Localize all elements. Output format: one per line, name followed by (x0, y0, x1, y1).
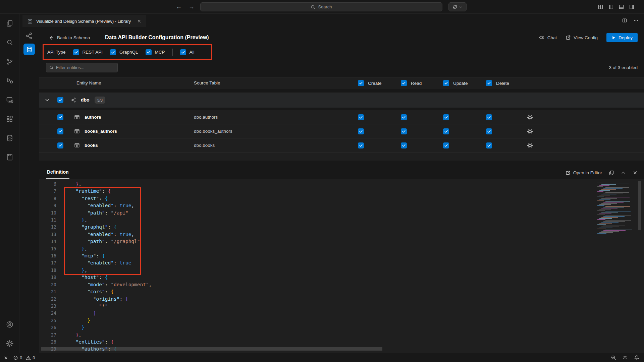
op-checkbox[interactable] (358, 128, 364, 134)
update-select-all-checkbox[interactable] (443, 80, 449, 86)
rest-api-checkbox[interactable] (73, 49, 79, 55)
mcp-checkbox[interactable] (146, 49, 152, 55)
customize-layout-icon[interactable] (598, 4, 603, 10)
problems-indicator[interactable]: 0 0 (13, 355, 35, 360)
code-line: 8 "rest": { (39, 195, 152, 202)
remote-explorer-icon[interactable] (0, 90, 19, 109)
open-in-editor-button[interactable]: Open in Editor (566, 170, 602, 175)
op-checkbox[interactable] (486, 114, 492, 120)
definition-tab[interactable]: Definition (46, 166, 69, 179)
forward-arrow-icon[interactable]: → (189, 3, 195, 10)
warning-icon (26, 355, 31, 360)
code-text: } (56, 324, 85, 331)
op-checkbox[interactable] (401, 128, 407, 134)
chevron-down-icon[interactable] (45, 98, 50, 103)
code-text: "entities": { (56, 339, 114, 346)
op-checkbox[interactable] (358, 114, 364, 120)
row-select-checkbox[interactable] (57, 114, 63, 120)
api-type-label: API Type (47, 50, 66, 55)
deploy-button[interactable]: Deploy (606, 33, 638, 42)
op-label: Read (411, 81, 422, 86)
code-text: "*" (56, 303, 108, 310)
dab-config-icon[interactable] (23, 44, 35, 55)
zoom-icon[interactable] (611, 355, 616, 360)
filter-entities-field[interactable] (56, 65, 114, 70)
row-select-checkbox[interactable] (57, 128, 63, 134)
back-arrow-icon[interactable]: ← (176, 3, 182, 10)
op-checkbox[interactable] (443, 114, 449, 120)
toggle-primary-sidebar-icon[interactable] (608, 4, 614, 10)
toggle-secondary-sidebar-icon[interactable] (629, 4, 635, 10)
minimap[interactable] (597, 182, 637, 234)
op-checkbox[interactable] (486, 142, 492, 148)
api-option-label: REST API (83, 50, 103, 55)
code-line: 20 "mode": "development", (39, 281, 152, 288)
split-editor-icon[interactable] (622, 18, 627, 23)
line-number: 11 (39, 217, 56, 224)
settings-icon[interactable] (0, 334, 19, 353)
titlebar: ← → Search (0, 0, 644, 14)
filter-entities-input[interactable] (46, 63, 118, 72)
search-icon[interactable] (0, 33, 19, 52)
code-text: }, (56, 267, 87, 274)
gear-icon[interactable] (527, 142, 533, 148)
back-to-schema-button[interactable]: Back to Schema (48, 31, 90, 45)
copy-icon[interactable] (609, 170, 614, 175)
gear-icon[interactable] (527, 114, 533, 120)
visualize-schema-icon[interactable] (25, 32, 33, 40)
code-editor[interactable]: 6 },7 "runtime": {8 "rest": {9 "enabled"… (39, 179, 644, 353)
group-count-badge: 3/3 (95, 97, 105, 104)
source-control-icon[interactable] (0, 52, 19, 71)
tab-visualize-schema[interactable]: Visualize and Design Schema (Preview) - … (22, 15, 146, 27)
session-control[interactable] (448, 2, 467, 11)
row-select-checkbox[interactable] (57, 142, 63, 148)
view-config-label: View Config (574, 35, 598, 40)
search-box[interactable]: Search (200, 2, 442, 11)
status-right (611, 353, 639, 362)
remote-icon[interactable] (3, 355, 8, 360)
read-select-all-checkbox[interactable] (401, 80, 407, 86)
delete-select-all-checkbox[interactable] (486, 80, 492, 86)
dab-config-panel: Back to Schema Data API Builder Configur… (39, 27, 644, 353)
page-title: Data API Builder Configuration (Preview) (105, 31, 209, 45)
open-in-editor-label: Open in Editor (573, 170, 602, 175)
horizontal-scrollbar[interactable] (41, 347, 382, 351)
all-checkbox[interactable] (180, 49, 186, 55)
op-checkbox[interactable] (401, 114, 407, 120)
extensions-icon[interactable] (0, 109, 19, 128)
create-select-all-checkbox[interactable] (358, 80, 364, 86)
table-icon (74, 114, 80, 120)
close-icon[interactable] (633, 170, 638, 175)
source-table: dbo.authors (194, 110, 218, 124)
op-checkbox[interactable] (486, 128, 492, 134)
explorer-icon[interactable] (0, 14, 19, 33)
gear-icon[interactable] (527, 128, 533, 134)
database-projects-icon[interactable] (0, 147, 19, 167)
op-checkbox[interactable] (358, 142, 364, 148)
bell-icon[interactable] (634, 355, 639, 360)
op-checkbox[interactable] (443, 142, 449, 148)
group-select-checkbox[interactable] (57, 97, 63, 103)
code-text: "path": "/api" (56, 209, 128, 217)
view-config-button[interactable]: View Config (566, 35, 598, 40)
more-actions-icon[interactable] (633, 18, 639, 23)
vertical-scrollbar[interactable] (638, 181, 641, 230)
chevron-up-icon[interactable] (621, 170, 626, 175)
close-icon[interactable] (137, 19, 142, 23)
api-option-label: MCP (155, 50, 165, 55)
chat-button[interactable]: Chat (539, 35, 557, 41)
run-debug-icon[interactable] (0, 71, 19, 90)
op-checkbox[interactable] (443, 128, 449, 134)
graphql-checkbox[interactable] (110, 49, 116, 55)
op-checkbox[interactable] (401, 142, 407, 148)
code-line: 25 } (39, 317, 152, 324)
toggle-panel-icon[interactable] (619, 4, 624, 10)
open-external-icon (566, 170, 571, 175)
code-text: "enabled": true, (56, 231, 134, 238)
database-icon[interactable] (0, 128, 19, 147)
schema-group-row[interactable]: dbo 3/3 (39, 93, 644, 108)
table-header: Entity Name Source Table CreateReadUpdat… (39, 77, 644, 89)
copilot-icon[interactable] (622, 355, 628, 361)
code-line: 18 }, (39, 267, 152, 274)
account-icon[interactable] (0, 315, 19, 334)
